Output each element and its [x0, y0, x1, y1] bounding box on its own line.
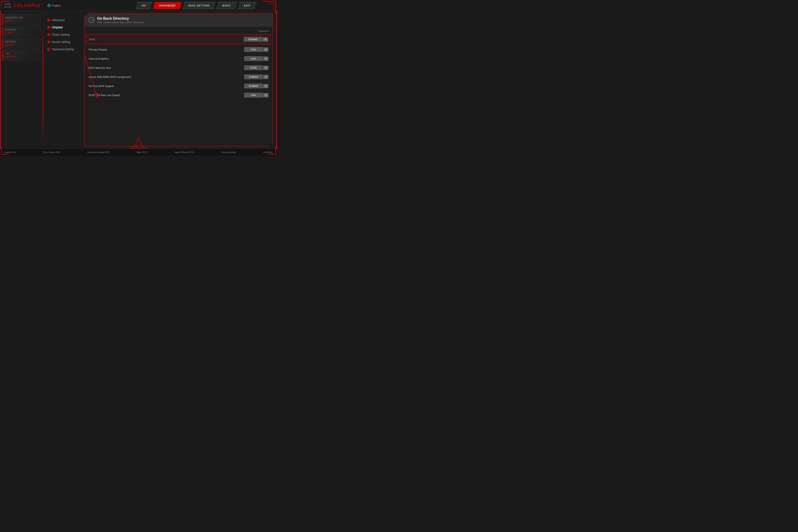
- setting-dropdown-pcie-x16-speed[interactable]: Auto ▼: [244, 93, 268, 97]
- brand-trademark: ®: [41, 3, 43, 6]
- submenu-item-chipset[interactable]: ChipSet: [46, 24, 82, 30]
- nav-btn-oc[interactable]: OC: [136, 2, 152, 9]
- corner-decoration-br: [268, 147, 276, 155]
- globe-icon: 🌐: [47, 4, 51, 7]
- bullet-advanced: [48, 19, 50, 21]
- stat-label-voltage3: +5V: [5, 52, 38, 55]
- submenu-item-device-setting[interactable]: Device Setting: [46, 39, 82, 45]
- submenu-item-advanced[interactable]: Advanced: [46, 17, 82, 23]
- setting-dropdown-igfx-memory-size[interactable]: 512M ▼: [244, 65, 268, 70]
- status-item-print-screen[interactable]: Print Screen (F8): [43, 151, 60, 153]
- submenu-item-power-setting[interactable]: Power Setting: [46, 32, 82, 38]
- nav-btn-boot[interactable]: BOOT: [216, 2, 237, 9]
- setting-row-re-size-bar[interactable]: Re-Size BAR Support Enabled ▼: [84, 81, 272, 91]
- setting-dropdown-internal-graphics[interactable]: Auto ▼: [244, 56, 268, 61]
- logo-area: Sunday January COLORFUL®: [4, 3, 43, 8]
- stat-value-voltage3: +5.000 V: [5, 55, 38, 58]
- panel-inner: ◁ Go Back Directory Path: ChipSet\System…: [84, 14, 272, 146]
- setting-label-re-size-bar: Re-Size BAR Support: [89, 84, 114, 88]
- stat-card-voltage1: Voltage 1.342 V: [2, 26, 41, 37]
- stat-card-voltage2: Voltage 1.100 V: [2, 38, 41, 49]
- dropdown-arrow-igfx-memory-size[interactable]: ▼: [263, 66, 268, 70]
- setting-label-primary-display: Primary Display: [89, 48, 107, 51]
- settings-list: Supported VT-d Enabled ▼ Primary Display…: [84, 26, 272, 102]
- dropdown-value-internal-graphics: Auto: [244, 56, 263, 61]
- dropdown-value-re-size-bar: Enabled: [244, 83, 263, 89]
- status-item-main[interactable]: Main (F11): [137, 151, 147, 153]
- go-back-path: Path: ChipSet\System Agent (SA) Configur…: [97, 21, 144, 23]
- setting-dropdown-primary-display[interactable]: Auto ▼: [244, 47, 268, 52]
- brand-name: COLORFUL: [13, 3, 41, 8]
- dropdown-arrow-re-size-bar[interactable]: ▼: [263, 84, 268, 88]
- supported-row: Supported: [84, 28, 272, 34]
- dropdown-arrow-pcie-x16-speed[interactable]: ▼: [263, 93, 268, 97]
- setting-row-primary-display[interactable]: Primary Display Auto ▼: [84, 45, 272, 54]
- setting-label-above-4gb-mmio: Above 4GB MMIO BIOS assignment: [89, 75, 131, 78]
- stat-value-voltage2: 1.100 V: [5, 43, 38, 46]
- corner-decoration-tr: [261, 0, 277, 16]
- setting-row-above-4gb-mmio[interactable]: Above 4GB MMIO BIOS assignment Enabled ▼: [84, 72, 272, 81]
- dropdown-value-above-4gb-mmio: Enabled: [244, 74, 263, 79]
- status-item-save-reset[interactable]: Save & Reset (F10): [174, 151, 194, 153]
- dropdown-arrow-primary-display[interactable]: ▼: [263, 48, 268, 52]
- supported-label: Supported: [258, 30, 268, 32]
- setting-label-internal-graphics: Internal Graphics: [89, 57, 109, 60]
- setting-dropdown-re-size-bar[interactable]: Enabled ▼: [244, 83, 268, 89]
- svg-marker-3: [136, 140, 141, 145]
- go-back-title: Go Back Directory: [97, 16, 144, 21]
- nav-buttons: OCADVANCEDBIOS SETTINGBOOTEXIT: [136, 2, 257, 9]
- status-item-optimized-default[interactable]: Optimized Default (F9): [87, 151, 110, 153]
- submenu-label-password-setting: Password Setting: [52, 48, 74, 51]
- setting-label-igfx-memory-size: IGFX Memory Size: [89, 66, 111, 69]
- back-icon: ◁: [89, 17, 94, 23]
- submenu-label-power-setting: Power Setting: [52, 33, 70, 36]
- nav-btn-bios-setting[interactable]: BIOS SETTING: [183, 2, 216, 9]
- setting-row-igfx-memory-size[interactable]: IGFX Memory Size 512M ▼: [84, 63, 272, 72]
- stat-card-temperature: Temperature +44 °C: [2, 14, 41, 24]
- corner-decoration-bl: [1, 147, 9, 155]
- sub-navigation: Advanced ChipSet Power Setting Device Se…: [46, 13, 82, 147]
- dropdown-arrow-above-4gb-mmio[interactable]: ▼: [263, 75, 268, 79]
- bullet-device-setting: [48, 41, 50, 43]
- dropdown-value-primary-display: Auto: [244, 47, 263, 52]
- submenu-label-device-setting: Device Setting: [52, 40, 70, 43]
- stat-card-voltage3: +5V +5.000 V: [2, 50, 41, 60]
- corner-decoration-tl: [1, 1, 9, 9]
- setting-dropdown-vt-d[interactable]: Enabled ▼: [244, 37, 268, 42]
- setting-row-pcie-x16-speed[interactable]: PCIE X16 Max Link Speed Auto ▼: [84, 91, 272, 100]
- bottom-logo: [133, 138, 144, 148]
- stats-sidebar: Temperature +44 °C Voltage 1.342 V Volta…: [0, 11, 42, 149]
- stat-label-voltage1: Voltage: [5, 28, 38, 31]
- setting-dropdown-above-4gb-mmio[interactable]: Enabled ▼: [244, 74, 268, 79]
- dropdown-arrow-internal-graphics[interactable]: ▼: [263, 57, 268, 61]
- dropdown-value-pcie-x16-speed: Auto: [244, 93, 263, 97]
- content-panel: ◁ Go Back Directory Path: ChipSet\System…: [84, 13, 273, 147]
- main-layout: Temperature +44 °C Voltage 1.342 V Volta…: [0, 11, 277, 149]
- language-label: English: [52, 4, 61, 7]
- nav-btn-advanced[interactable]: ADVANCED: [153, 2, 182, 9]
- status-bar: Search (F6)Print Screen (F8)Optimized De…: [0, 149, 277, 156]
- submenu-item-password-setting[interactable]: Password Setting: [46, 46, 82, 52]
- stat-value-voltage1: 1.342 V: [5, 31, 38, 34]
- submenu-label-chipset: ChipSet: [52, 26, 63, 29]
- setting-row-internal-graphics[interactable]: Internal Graphics Auto ▼: [84, 54, 272, 63]
- stat-value-temperature: +44 °C: [5, 19, 38, 22]
- dropdown-value-vt-d: Enabled: [244, 37, 262, 42]
- submenu-label-advanced: Advanced: [52, 18, 64, 22]
- nav-btn-exit[interactable]: EXIT: [238, 2, 257, 9]
- stat-label-temperature: Temperature: [5, 16, 38, 19]
- status-item-choose[interactable]: Choose (Enter): [221, 151, 236, 153]
- language-selector[interactable]: 🌐 English: [47, 4, 61, 7]
- bullet-chipset: [48, 26, 50, 28]
- dropdown-value-igfx-memory-size: 512M: [244, 65, 263, 70]
- center-area: Advanced ChipSet Power Setting Device Se…: [42, 11, 277, 149]
- setting-label-vt-d: VT-d: [89, 38, 94, 41]
- brand-logo: COLORFUL®: [13, 3, 43, 8]
- stat-label-voltage2: Voltage: [5, 40, 38, 43]
- dropdown-arrow-vt-d[interactable]: ▼: [263, 37, 268, 41]
- setting-row-vt-d[interactable]: VT-d Enabled ▼: [86, 35, 271, 44]
- header: Sunday January COLORFUL® 🌐 English OCADV…: [0, 0, 277, 11]
- sidebar-divider: [42, 22, 43, 141]
- bullet-power-setting: [48, 34, 50, 36]
- go-back-row[interactable]: ◁ Go Back Directory Path: ChipSet\System…: [84, 14, 272, 26]
